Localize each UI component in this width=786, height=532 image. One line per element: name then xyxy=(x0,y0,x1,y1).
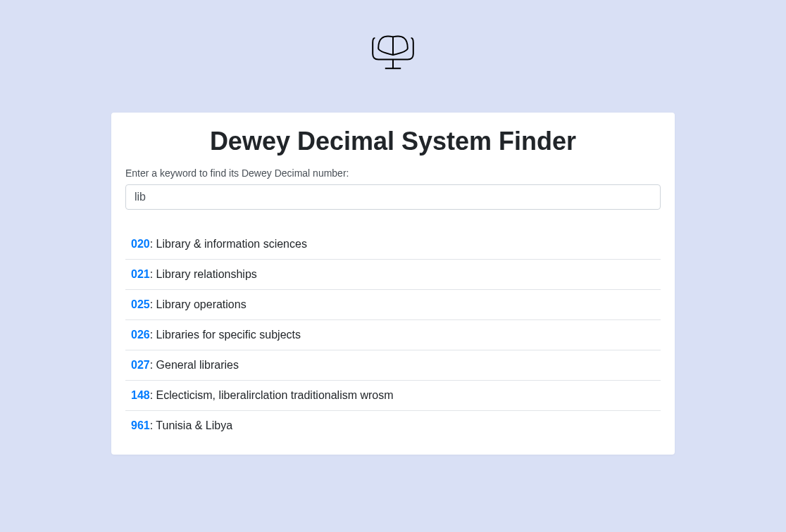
result-text: : Eclecticism, liberalirclation traditio… xyxy=(150,389,394,401)
result-text: : Library operations xyxy=(150,298,247,310)
result-item[interactable]: 025: Library operations xyxy=(125,290,661,320)
result-text: : Library relationships xyxy=(150,268,257,280)
result-item[interactable]: 021: Library relationships xyxy=(125,260,661,290)
result-item[interactable]: 148: Eclecticism, liberalirclation tradi… xyxy=(125,381,661,411)
results-list: 020: Library & information sciences021: … xyxy=(125,229,661,441)
input-label: Enter a keyword to find its Dewey Decima… xyxy=(125,167,661,179)
result-number: 026 xyxy=(131,329,150,341)
logo-container xyxy=(0,21,786,77)
result-number: 025 xyxy=(131,298,150,310)
result-item[interactable]: 020: Library & information sciences xyxy=(125,229,661,260)
keyword-input[interactable] xyxy=(125,184,661,210)
result-item[interactable]: 027: General libraries xyxy=(125,350,661,381)
result-number: 020 xyxy=(131,238,150,250)
result-number: 148 xyxy=(131,389,150,401)
finder-card: Dewey Decimal System Finder Enter a keyw… xyxy=(111,113,675,455)
result-number: 021 xyxy=(131,268,150,280)
result-number: 961 xyxy=(131,419,150,431)
result-text: : General libraries xyxy=(150,359,239,371)
page-title: Dewey Decimal System Finder xyxy=(125,127,661,156)
result-text: : Libraries for specific subjects xyxy=(150,329,301,341)
result-item[interactable]: 026: Libraries for specific subjects xyxy=(125,320,661,350)
result-text: : Library & information sciences xyxy=(150,238,307,250)
result-text: : Tunisia & Libya xyxy=(150,419,232,431)
result-item[interactable]: 961: Tunisia & Libya xyxy=(125,411,661,441)
book-stand-icon xyxy=(365,21,421,77)
result-number: 027 xyxy=(131,359,150,371)
